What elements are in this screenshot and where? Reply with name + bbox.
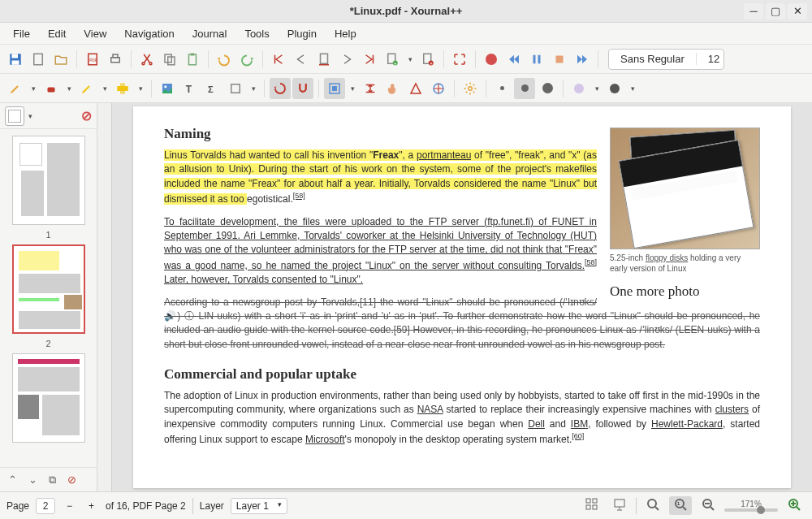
thin-stroke[interactable]	[491, 78, 512, 99]
thumb-2[interactable]	[12, 244, 85, 334]
menu-navigation[interactable]: Navigation	[116, 25, 182, 42]
highlighter-dropdown[interactable]: ▾	[99, 84, 110, 93]
sidebar: ▾ ⊘ 1 2	[0, 103, 97, 491]
medium-stroke[interactable]	[514, 78, 535, 99]
redo-button[interactable]	[236, 49, 257, 70]
sidebar-thumbs[interactable]: 1 2	[0, 129, 97, 467]
first-page-button[interactable]	[268, 49, 289, 70]
zoom-slider[interactable]	[724, 508, 778, 512]
menu-help[interactable]: Help	[326, 25, 365, 42]
page-minus-button[interactable]: −	[62, 499, 77, 513]
shape-tool[interactable]	[225, 78, 246, 99]
zoom-100-button[interactable]: 1	[669, 496, 692, 515]
vertical-space-tool[interactable]	[360, 78, 381, 99]
add-page-button[interactable]: +	[382, 49, 403, 70]
select-tool[interactable]	[112, 78, 133, 99]
next-page-button[interactable]	[336, 49, 357, 70]
menu-edit[interactable]: Edit	[40, 25, 74, 42]
cut-button[interactable]	[136, 49, 158, 70]
snap-tool[interactable]	[292, 78, 313, 99]
svg-rect-22	[538, 54, 541, 63]
undo-button[interactable]	[214, 49, 235, 70]
layer-selector[interactable]: Layer 1 ▾	[231, 498, 287, 514]
save-button[interactable]	[5, 49, 26, 70]
fullscreen-button[interactable]	[449, 49, 470, 70]
select-dropdown[interactable]: ▾	[135, 84, 146, 93]
color-dark-dropdown[interactable]: ▾	[627, 84, 638, 93]
stop-button[interactable]	[549, 49, 570, 70]
sidebar-down-button[interactable]: ⌄	[25, 472, 41, 487]
presentation-button[interactable]	[608, 496, 631, 515]
thick-stroke[interactable]	[537, 78, 558, 99]
page-type-dropdown[interactable]: ▾	[404, 55, 416, 63]
menu-file[interactable]: File	[5, 25, 38, 42]
rewind-button[interactable]	[503, 49, 525, 70]
menu-journal[interactable]: Journal	[184, 25, 235, 42]
shape-dropdown[interactable]: ▾	[248, 84, 259, 93]
sidebar-close-icon[interactable]: ⊘	[81, 108, 92, 123]
copy-button[interactable]	[159, 49, 180, 70]
pause-button[interactable]	[526, 49, 547, 70]
menu-tools[interactable]: Tools	[236, 25, 277, 42]
sidebar-delete-button[interactable]: ⊘	[64, 472, 80, 487]
svg-rect-12	[189, 54, 197, 65]
page-canvas[interactable]: 5.25-inch floppy disks holding a very ea…	[133, 106, 791, 488]
print-button[interactable]	[105, 49, 126, 70]
geometry-tool[interactable]	[405, 78, 426, 99]
compass-tool[interactable]	[428, 78, 449, 99]
pen-dropdown[interactable]: ▾	[28, 84, 39, 93]
sidebar-mode-dropdown[interactable]: ▾	[24, 112, 36, 120]
menu-view[interactable]: View	[76, 25, 114, 42]
svg-rect-33	[332, 86, 337, 91]
zoom-in-button[interactable]	[783, 496, 806, 515]
open-button[interactable]	[50, 49, 71, 70]
window-maximize-button[interactable]: ▢	[766, 3, 785, 19]
sidebar-page-thumbs-icon[interactable]	[5, 106, 24, 126]
color-light[interactable]	[568, 78, 590, 99]
latex-tool[interactable]: Σ	[202, 78, 223, 99]
eraser-tool[interactable]	[41, 78, 62, 99]
menu-plugin[interactable]: Plugin	[279, 25, 325, 42]
paste-button[interactable]	[182, 49, 203, 70]
record-button[interactable]	[481, 49, 502, 70]
font-selector[interactable]: Sans Regular 12	[608, 49, 724, 70]
svg-text:PDF: PDF	[89, 58, 97, 63]
forward-button[interactable]	[572, 49, 593, 70]
zoom-fit-button[interactable]	[641, 496, 664, 515]
grid-button[interactable]	[581, 496, 603, 515]
insert-page-button[interactable]	[313, 49, 335, 70]
window-minimize-button[interactable]: ─	[744, 3, 763, 19]
delete-page-button[interactable]: ×	[417, 49, 438, 70]
svg-rect-14	[321, 54, 328, 63]
thumb-1[interactable]	[12, 136, 85, 225]
page-plus-button[interactable]: +	[84, 499, 99, 513]
handwritten-annotation: One more photo	[610, 283, 760, 300]
window-close-button[interactable]: ✕	[788, 3, 807, 19]
current-page-input[interactable]: 2	[36, 498, 55, 514]
zoom-out-button[interactable]	[697, 496, 719, 515]
svg-text:Σ: Σ	[208, 84, 214, 93]
export-pdf-button[interactable]: PDF	[82, 49, 103, 70]
color-dark[interactable]	[604, 78, 625, 99]
svg-rect-13	[191, 53, 195, 55]
highlighter-tool[interactable]	[76, 78, 97, 99]
hand-tool[interactable]	[382, 78, 404, 99]
sidebar-up-button[interactable]: ⌃	[5, 472, 20, 487]
last-page-button[interactable]	[359, 49, 380, 70]
window-title: *Linux.pdf - Xournal++	[0, 5, 812, 17]
thumb-3[interactable]	[12, 353, 85, 443]
rotate-tool[interactable]	[270, 78, 291, 99]
sidebar-copy-button[interactable]: ⧉	[45, 472, 59, 488]
image-tool[interactable]	[157, 78, 178, 99]
preferences-button[interactable]	[460, 78, 481, 99]
select-rect-tool[interactable]	[324, 78, 345, 99]
prev-page-button[interactable]	[291, 49, 312, 70]
new-button[interactable]	[28, 49, 49, 70]
color-light-dropdown[interactable]: ▾	[591, 84, 603, 93]
pen-tool[interactable]	[5, 78, 26, 99]
select-rect-dropdown[interactable]: ▾	[347, 84, 358, 93]
eraser-dropdown[interactable]: ▾	[63, 84, 75, 93]
text-tool[interactable]: T	[179, 78, 201, 99]
svg-point-9	[149, 62, 152, 64]
page-view[interactable]: 5.25-inch floppy disks holding a very ea…	[97, 103, 812, 491]
